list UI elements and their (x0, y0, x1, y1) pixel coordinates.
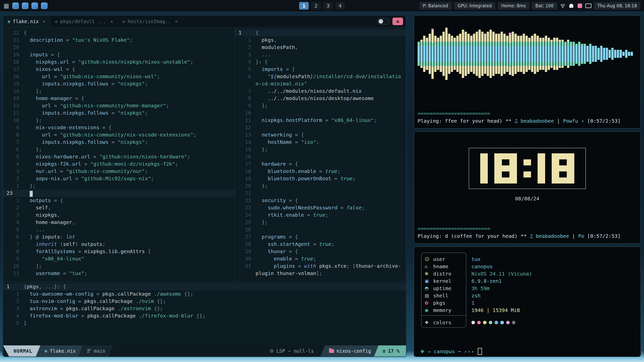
workspace-button[interactable]: 2 (311, 2, 321, 10)
workspace-button[interactable]: 1 (299, 2, 309, 10)
project-indicator: nixos-config (320, 345, 379, 356)
workspace-button[interactable]: 3 (323, 2, 333, 10)
visualizer-bar (434, 36, 436, 72)
hostname-icon: ⌂ (425, 264, 433, 269)
clock-digit (524, 153, 531, 184)
tab-close-icon[interactable]: × (43, 19, 46, 24)
color-dot (477, 321, 481, 324)
prompt-host: canopus (434, 348, 455, 354)
fetch-label: shell (433, 293, 466, 299)
visualizer-bar (595, 46, 597, 62)
code-line: 6 } @ inputs: let (3, 233, 234, 241)
visualizer-bar (478, 30, 481, 78)
code-line: 12 url = "github:nix-community/home-mana… (3, 102, 234, 109)
distro-icon: ✻ (425, 271, 433, 276)
fetch-value: 3h 59m (471, 285, 490, 291)
terminal-cursor (478, 348, 482, 355)
clock-window[interactable]: 08/08/24 =======================> Playin… (414, 131, 641, 244)
visualizer-bar (570, 42, 572, 66)
tab-close-icon[interactable]: × (175, 19, 178, 24)
visualizer-bar (556, 38, 558, 70)
color-dot (506, 321, 510, 324)
code-line: 24 rtkit.enable = true; (235, 211, 406, 219)
visualizer-bar (490, 30, 492, 78)
workspace-button[interactable]: 4 (335, 2, 345, 10)
visualizer-bar (517, 36, 519, 72)
code-line: 9 "x86_64-linux" (3, 255, 234, 262)
editor-pane-right[interactable]: 1{1 pkgs,2 modulesPath,3 ...4}: {5 impor… (235, 28, 406, 282)
prompt-path: ~ (455, 348, 464, 354)
visualizer-bar (537, 36, 539, 72)
code-line: 18 nixpkgs.url = "github:nixos/nixpkgs/n… (3, 58, 234, 66)
topbar-left: ▦ (4, 2, 48, 9)
fetch-row: ▣kernel6.9.8-zen1 (425, 277, 636, 285)
window-close-button[interactable]: × (392, 18, 403, 25)
editor-pane-bottom[interactable]: 1{pkgs, ...}: {1 tux-awesome-wm-config =… (3, 282, 406, 347)
scroll-percent: ≡ 17 % (374, 345, 406, 356)
fetch-row: ◓uptime3h 59m (425, 285, 636, 292)
code-line: 29 thunar = { (235, 248, 406, 255)
mode-indicator: NORMAL (3, 345, 41, 356)
wifi-icon[interactable] (560, 3, 566, 9)
clock-digit (552, 153, 574, 184)
pinned-app-icon[interactable] (41, 3, 48, 9)
visualizer-bar (614, 50, 616, 58)
pinned-app-icon[interactable] (31, 3, 38, 9)
fetch-value: 1 (471, 300, 474, 306)
fetch-label: uptime (433, 285, 466, 291)
editor-window: ✻flake.nix×✻pkgs/default ...×✻hosts/isoI… (3, 15, 407, 357)
visualizer-bar (459, 34, 461, 74)
recorder-icon[interactable] (577, 3, 583, 9)
fetch-window[interactable]: ☺usertux⌂hnamecanopus✻distroNixOS 24.11 … (414, 246, 641, 357)
visualizer-bar (465, 32, 467, 76)
visualizer-bar (622, 52, 625, 56)
editor-tab[interactable]: ✻pkgs/default ...× (50, 16, 118, 27)
visualizer-window[interactable]: =======================> Playing: ffee f… (414, 15, 641, 129)
visualizer-bar (462, 30, 464, 78)
status-chip: Bat: 100 (532, 2, 557, 10)
visualizer-bar (492, 32, 495, 76)
color-dot (471, 321, 475, 324)
visualizer-bar (526, 36, 528, 72)
display-icon[interactable] (585, 3, 591, 9)
ghost-icon[interactable] (568, 3, 574, 9)
visualizer-bar (440, 36, 442, 72)
code-line: 10 ]; (3, 262, 234, 270)
shell-prompt[interactable]: ❖ → canopus ~ ››› (420, 348, 482, 355)
tty-clock (469, 148, 586, 189)
fetch-row: ✿pkgs1 (425, 299, 636, 306)
code-line: 17 hardware = { (235, 160, 406, 168)
pinned-app-icon[interactable] (22, 3, 28, 9)
visualizer-bar (589, 44, 591, 64)
visualizer-bar (454, 38, 456, 70)
code-line: 19 bluetooth.powerOnBoot = true; (235, 175, 406, 182)
code-line: 13 home-manager = { (3, 95, 234, 102)
code-line: 17 nixos-wsl = { (3, 66, 234, 73)
status-chip: GPU: Integrated (454, 2, 495, 10)
toggle-switch[interactable] (377, 18, 389, 25)
visualizer-bar (442, 32, 445, 76)
fetch-row: ▤shellzsh (425, 292, 636, 299)
status-chips: P: BalancedGPU: IntegratedHome: 8msBat: … (419, 2, 557, 10)
tab-close-icon[interactable]: × (110, 19, 113, 24)
pkgs-icon: ✿ (425, 300, 433, 305)
git-branch: main (78, 345, 113, 356)
visualizer-bar (451, 36, 453, 72)
color-dot (512, 321, 515, 324)
visualizer-bar (470, 36, 472, 72)
editor-pane-left[interactable]: 22{21 description = "tux's NixOS Flake";… (3, 28, 235, 282)
fetch-value: canopus (471, 263, 493, 269)
editor-tab[interactable]: ✻flake.nix× (3, 16, 50, 27)
visualizer-bar (481, 32, 484, 76)
lsp-status: LSP ~ null-ls (269, 345, 314, 356)
visualizer-bar (495, 34, 497, 74)
code-line: 15 inputs.nixpkgs.follows = "nixpkgs"; (3, 80, 234, 87)
code-line: 26 (235, 226, 406, 233)
visualizer-bar (473, 34, 475, 74)
pinned-app-icon[interactable] (12, 3, 19, 9)
visualizer-bar (426, 38, 428, 70)
editor-tab[interactable]: ✻hosts/isoImag..× (118, 16, 183, 27)
fetch-value: NixOS 24.11 (Vicuna) (471, 271, 532, 277)
window-controls: × (377, 18, 406, 25)
app-grid-icon[interactable]: ▦ (4, 2, 9, 9)
